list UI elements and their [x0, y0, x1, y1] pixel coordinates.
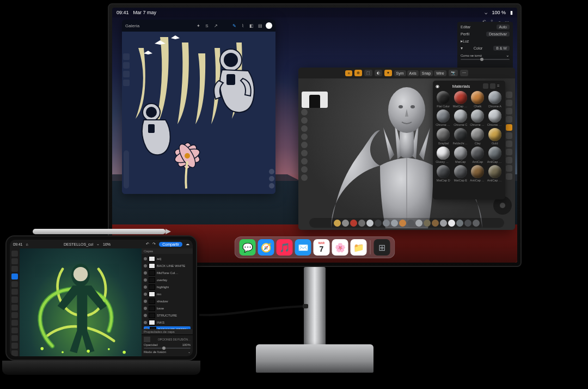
- tool-transform-icon[interactable]: [11, 258, 18, 264]
- procreate-side-tools[interactable]: [123, 53, 130, 86]
- layer-row[interactable]: overlay: [144, 277, 191, 283]
- tool-text-icon[interactable]: [11, 320, 18, 326]
- layer-visibility-icon[interactable]: [144, 300, 147, 303]
- nomad-tool-b[interactable]: ◐: [375, 70, 382, 76]
- layer-row[interactable]: highlight: [144, 284, 191, 290]
- layer-visibility-icon[interactable]: [144, 293, 147, 296]
- material-swatch[interactable]: Glossy White: [436, 147, 451, 163]
- material-swatch[interactable]: Chrome B…: [436, 110, 451, 126]
- opacity-slider[interactable]: [144, 348, 191, 349]
- layers-list[interactable]: adjBACK LINE WHITEMidTone Col…overlayhig…: [142, 254, 193, 329]
- layer-visibility-icon[interactable]: [144, 321, 147, 324]
- smudge-icon[interactable]: ⌇: [240, 22, 246, 29]
- material-swatch[interactable]: AntiCap M…: [487, 165, 503, 182]
- ps-home-icon[interactable]: ⌂: [26, 242, 28, 246]
- dock-photos-icon[interactable]: 🌸: [332, 239, 348, 256]
- material-swatch[interactable]: Chalk: [470, 91, 486, 108]
- gallery-button[interactable]: Galería: [125, 23, 139, 28]
- material-swatch[interactable]: Chrome C: [453, 110, 469, 126]
- material-swatch[interactable]: MatCap D: [436, 165, 451, 182]
- layer-row[interactable]: rim: [144, 291, 191, 297]
- nomad-menu-button[interactable]: ≡: [345, 70, 352, 76]
- nomad-seg-3[interactable]: Snap: [420, 70, 433, 76]
- share-button[interactable]: Compartir: [159, 242, 182, 247]
- layer-row[interactable]: STRUCTURE: [144, 312, 191, 319]
- ps-zoom[interactable]: 16%: [103, 242, 111, 246]
- procreate-quick-actions[interactable]: [269, 169, 274, 189]
- material-swatch[interactable]: Clay: [470, 128, 486, 145]
- tool-eraser-icon[interactable]: [11, 281, 18, 287]
- ps-undo-icon[interactable]: ↶: [146, 242, 149, 246]
- materials-panel[interactable]: ◉ Materials ≡ Flat ColorMatCap Re…ChalkC…: [433, 81, 505, 199]
- select-icon[interactable]: S: [204, 22, 210, 29]
- nomad-brush-tray[interactable]: [309, 218, 504, 228]
- tool-fill-icon[interactable]: [11, 289, 18, 295]
- nomad-tool-a[interactable]: ⬚: [364, 70, 372, 76]
- tool-eyedrop-icon[interactable]: [11, 335, 18, 341]
- color-expand-icon[interactable]: ▾: [461, 46, 463, 51]
- nomad-seg-2[interactable]: Axis: [407, 70, 419, 76]
- material-swatch[interactable]: Flat Color: [436, 91, 451, 108]
- nomad-left-tools[interactable]: [300, 109, 309, 216]
- layer-visibility-icon[interactable]: [144, 278, 147, 282]
- ps-doc-name[interactable]: DESTELLOS_col: [64, 242, 93, 246]
- nomad-seg-1[interactable]: Sym: [394, 70, 406, 76]
- material-swatch[interactable]: MatCap: [453, 147, 469, 163]
- layer-row[interactable]: shadow: [144, 298, 191, 305]
- material-swatch[interactable]: Graybal: [436, 128, 451, 145]
- bw-button[interactable]: B & W: [493, 46, 510, 51]
- materials-globe-icon[interactable]: ◉: [436, 84, 439, 89]
- nomad-tool-c[interactable]: ✦: [384, 70, 392, 76]
- tool-shape-icon[interactable]: [11, 327, 18, 333]
- brush-icon[interactable]: ✎: [231, 22, 237, 29]
- nomad-camera-icon[interactable]: 📷: [449, 70, 458, 76]
- dock-apps-icon[interactable]: ⊞: [374, 239, 390, 256]
- eraser-icon[interactable]: ◧: [248, 22, 255, 29]
- wifi-icon[interactable]: ⌵: [485, 10, 487, 15]
- auto-button[interactable]: Auto: [497, 25, 510, 29]
- layer-visibility-icon[interactable]: [144, 264, 147, 268]
- material-swatch[interactable]: Chrome A: [487, 91, 503, 108]
- layer-row[interactable]: MidTone Col…: [144, 270, 191, 276]
- tool-smudge-icon[interactable]: [11, 296, 18, 302]
- nomad-sym-button[interactable]: ⊕: [354, 70, 362, 76]
- adjust-icon[interactable]: ↗: [212, 22, 219, 29]
- dock-messages-icon[interactable]: 💬: [240, 239, 256, 256]
- procreate-window[interactable]: Galería ✦ S ↗ ✎ ⌇ ◧ ▤: [122, 20, 275, 194]
- ps-canvas[interactable]: [20, 248, 142, 356]
- color-label[interactable]: Color: [474, 46, 483, 50]
- layer-visibility-icon[interactable]: [144, 271, 147, 275]
- tool-clone-icon[interactable]: [11, 305, 18, 311]
- tool-heal-icon[interactable]: [11, 343, 18, 349]
- perfil-value[interactable]: Desactivar: [486, 32, 510, 37]
- layer-row[interactable]: base: [144, 305, 191, 312]
- como-chevron-icon[interactable]: ⌄: [506, 53, 510, 58]
- material-swatch[interactable]: Chrome Si…: [487, 110, 503, 126]
- blend-chevron-icon[interactable]: ⌄: [188, 350, 191, 354]
- battery-icon[interactable]: ▮: [510, 10, 513, 15]
- layer-visibility-icon[interactable]: [144, 307, 147, 310]
- layer-row[interactable]: BACK LINE WHITE: [144, 263, 191, 269]
- tool-crop-icon[interactable]: [11, 312, 18, 318]
- nomad-right-tools[interactable]: [505, 92, 513, 204]
- layer-visibility-icon[interactable]: [144, 314, 147, 317]
- nomad-seg-4[interactable]: Wire: [434, 70, 446, 76]
- nomad-more-icon[interactable]: ⋯: [460, 70, 468, 76]
- material-swatch[interactable]: MatCap Re…: [453, 91, 469, 108]
- material-swatch[interactable]: AntiCap G…: [487, 147, 503, 163]
- dock-files-icon[interactable]: 📁: [351, 239, 367, 256]
- tool-lasso-icon[interactable]: [11, 266, 18, 272]
- materials-menu-icon[interactable]: ≡: [497, 83, 503, 89]
- tool-brush-icon[interactable]: [11, 273, 18, 279]
- layer-row[interactable]: INKS: [144, 319, 191, 326]
- ps-tool-strip[interactable]: [10, 248, 20, 356]
- procreate-brush-slider[interactable]: [124, 150, 129, 189]
- color-swatch-icon[interactable]: [266, 22, 272, 29]
- luz-label[interactable]: Luz: [463, 39, 469, 43]
- tool-gradient-icon[interactable]: [11, 350, 18, 356]
- tool-move-icon[interactable]: [11, 251, 18, 257]
- ps-chevron-icon[interactable]: ⌄: [96, 242, 100, 246]
- layer-visibility-icon[interactable]: [144, 257, 147, 260]
- material-swatch[interactable]: MatCap E: [453, 165, 469, 182]
- material-swatch[interactable]: AntiCap Sp…: [470, 165, 486, 182]
